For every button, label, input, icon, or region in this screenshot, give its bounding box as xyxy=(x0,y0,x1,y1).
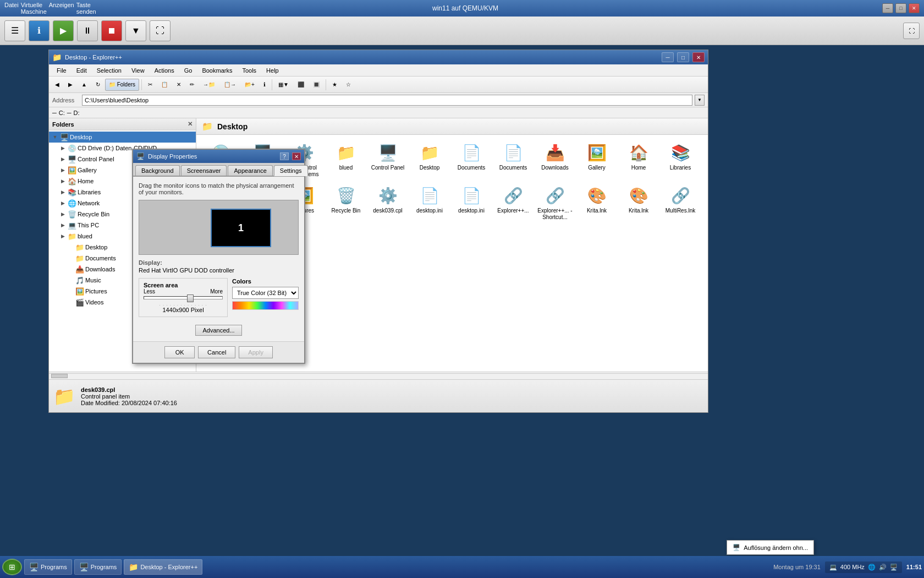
dialog-close-btn[interactable]: ✕ xyxy=(292,152,301,160)
file-item[interactable]: 📁blued xyxy=(326,139,366,180)
tree-item-desktop[interactable]: ▼🖥️Desktop xyxy=(49,132,196,143)
file-item[interactable]: 🏠Home xyxy=(619,139,658,180)
tab-background[interactable]: Background xyxy=(135,165,180,176)
rename-btn[interactable]: ✏ xyxy=(186,79,198,91)
tree-expand-icon[interactable]: ▶ xyxy=(59,145,67,151)
kvm-play-btn[interactable]: ▶ xyxy=(53,20,74,41)
taskbar-item-programs1[interactable]: 🖥️ Programs xyxy=(24,559,72,575)
kvm-menu-icon[interactable]: ☰ xyxy=(4,20,25,41)
properties-btn[interactable]: ℹ xyxy=(260,79,270,91)
explorer-close-btn[interactable]: ✕ xyxy=(692,52,705,62)
menu-tools[interactable]: Tools xyxy=(238,66,261,75)
file-item[interactable]: 📄Documents xyxy=(452,139,491,180)
file-item[interactable]: 📄Documents xyxy=(493,139,533,180)
tab-settings[interactable]: Settings xyxy=(274,165,308,176)
bookmark2-btn[interactable]: ☆ xyxy=(342,79,355,91)
tree-item-icon: 🎬 xyxy=(75,298,84,307)
view-btn[interactable]: ▦▼ xyxy=(274,79,293,91)
file-item[interactable]: 📥Downloads xyxy=(535,139,575,180)
file-item[interactable]: 🎨Krita.lnk xyxy=(577,182,617,223)
file-item[interactable]: 🗑️Recycle Bin xyxy=(326,182,366,223)
file-item[interactable]: 🔗MultiRes.lnk xyxy=(661,182,700,223)
filter-btn[interactable]: 🔳 xyxy=(309,79,323,91)
menu-edit[interactable]: Edit xyxy=(72,66,91,75)
tree-expand-icon[interactable]: ▶ xyxy=(59,189,67,195)
tree-expand-icon[interactable]: ▶ xyxy=(59,156,67,162)
slider-track[interactable] xyxy=(144,296,223,299)
file-item[interactable]: 🔗Explorer++... xyxy=(493,182,533,223)
explorer-maximize-btn[interactable]: □ xyxy=(677,52,689,62)
file-item-label: Explorer++... xyxy=(497,208,529,214)
menu-selection[interactable]: Selection xyxy=(92,66,126,75)
kvm-maximize-btn[interactable]: □ xyxy=(895,3,906,13)
sort-btn[interactable]: ⬛ xyxy=(294,79,308,91)
file-item[interactable]: 🎨Krita.lnk xyxy=(619,182,658,223)
tray-network: 🌐 xyxy=(868,564,876,571)
kvm-menu-vm[interactable]: Virtuelle Maschine xyxy=(21,2,47,15)
file-item[interactable]: 🖼️Gallery xyxy=(577,139,617,180)
drive-c[interactable]: C: xyxy=(59,110,65,116)
menu-file[interactable]: File xyxy=(52,66,71,75)
copy-btn[interactable]: 📋 xyxy=(157,79,172,91)
file-item[interactable]: ⚙️desk039.cpl xyxy=(368,182,408,223)
kvm-expand-btn[interactable]: ⛶ xyxy=(903,23,920,39)
tab-screensaver[interactable]: Screensaver xyxy=(181,165,227,176)
nav-forward-btn[interactable]: ▶ xyxy=(64,79,76,91)
cancel-btn[interactable]: Cancel xyxy=(198,346,235,358)
menu-view[interactable]: View xyxy=(127,66,149,75)
address-input[interactable] xyxy=(82,95,692,106)
kvm-dropdown-btn[interactable]: ▼ xyxy=(125,20,146,41)
ok-btn[interactable]: OK xyxy=(164,346,195,358)
kvm-pause-btn[interactable]: ⏸ xyxy=(77,20,98,41)
tree-expand-icon[interactable]: ▶ xyxy=(59,167,67,173)
color-select[interactable]: True Color (32 Bit) xyxy=(232,287,299,299)
bookmark-btn[interactable]: ★ xyxy=(328,79,341,91)
tree-expand-icon[interactable]: ▼ xyxy=(51,134,59,140)
kvm-stop-btn[interactable]: ⏹ xyxy=(101,20,122,41)
kvm-minimize-btn[interactable]: ─ xyxy=(882,3,893,13)
taskbar-item-explorer[interactable]: 📁 Desktop - Explorer++ xyxy=(124,559,202,575)
tree-expand-icon[interactable]: ▶ xyxy=(59,200,67,206)
file-item[interactable]: 📄desktop.ini xyxy=(452,182,491,223)
copy2-btn[interactable]: 📋→ xyxy=(220,79,240,91)
apply-btn[interactable]: Apply xyxy=(239,346,273,358)
advanced-btn[interactable]: Advanced... xyxy=(195,325,241,336)
file-item[interactable]: 📁Desktop xyxy=(410,139,449,180)
dialog-help-btn[interactable]: ? xyxy=(280,152,289,160)
delete-btn[interactable]: ✕ xyxy=(173,79,185,91)
menu-bookmarks[interactable]: Bookmarks xyxy=(197,66,237,75)
taskbar-item-programs2[interactable]: 🖥️ Programs xyxy=(74,559,122,575)
drive-d[interactable]: D: xyxy=(74,110,80,116)
nav-up-btn[interactable]: ▲ xyxy=(78,79,91,91)
horizontal-scrollbar[interactable] xyxy=(49,372,708,379)
start-button[interactable]: ⊞ xyxy=(2,559,22,575)
scroll-thumb[interactable] xyxy=(51,374,68,378)
tree-expand-icon[interactable]: ▶ xyxy=(59,233,67,239)
kvm-menu-datei[interactable]: Datei xyxy=(4,2,19,15)
kvm-display-btn[interactable]: ⛶ xyxy=(150,20,170,41)
folders-btn[interactable]: 📁 Folders xyxy=(105,79,139,91)
kvm-close-btn[interactable]: ✕ xyxy=(909,3,920,13)
tab-appearance[interactable]: Appearance xyxy=(228,165,272,176)
address-dropdown-btn[interactable]: ▼ xyxy=(695,95,705,106)
cut-btn[interactable]: ✂ xyxy=(144,79,156,91)
slider-thumb[interactable] xyxy=(187,295,194,302)
newfolder-btn[interactable]: 📂+ xyxy=(241,79,258,91)
file-item[interactable]: 📄desktop.ini xyxy=(410,182,449,223)
move-btn[interactable]: →📁 xyxy=(199,79,219,91)
nav-back-btn[interactable]: ◀ xyxy=(51,79,63,91)
folders-close-btn[interactable]: ✕ xyxy=(188,121,193,128)
menu-actions[interactable]: Actions xyxy=(150,66,179,75)
file-item[interactable]: 🖥️Control Panel xyxy=(368,139,408,180)
menu-go[interactable]: Go xyxy=(180,66,197,75)
explorer-minimize-btn[interactable]: ─ xyxy=(662,52,674,62)
tree-expand-icon[interactable]: ▶ xyxy=(59,211,67,217)
nav-refresh-btn[interactable]: ↻ xyxy=(92,79,104,91)
kvm-info-btn[interactable]: ℹ xyxy=(29,20,50,41)
tree-item-label: Recycle Bin xyxy=(78,211,109,217)
file-item[interactable]: 📚Libraries xyxy=(661,139,700,180)
tree-expand-icon[interactable]: ▶ xyxy=(59,222,67,228)
tree-expand-icon[interactable]: ▶ xyxy=(59,178,67,184)
file-item[interactable]: 🔗Explorer++... - Shortcut... xyxy=(535,182,575,223)
menu-help[interactable]: Help xyxy=(262,66,283,75)
